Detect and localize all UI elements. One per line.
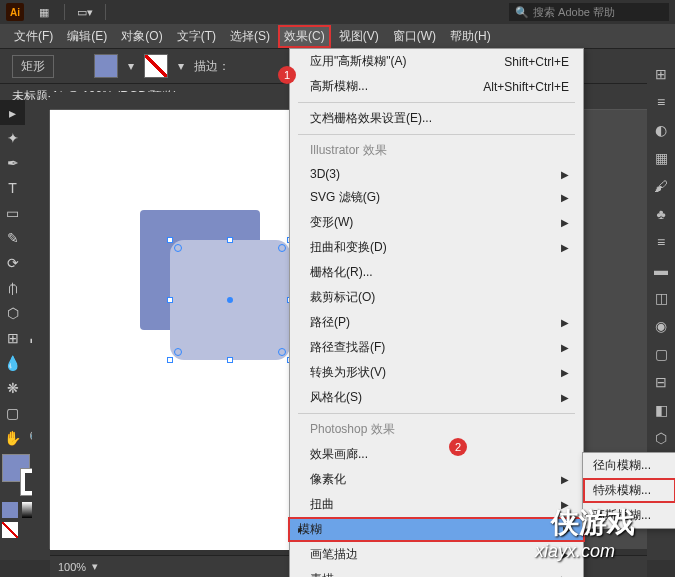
menu-文件[interactable]: 文件(F) <box>8 25 59 48</box>
search-icon: 🔍 <box>515 6 529 19</box>
symbols-panel-icon[interactable]: ♣ <box>647 200 675 228</box>
annotation-badge-2: 2 <box>449 438 467 456</box>
type-tool[interactable]: T <box>0 175 25 200</box>
illustrator-effects-header: Illustrator 效果 <box>290 138 583 163</box>
width-tool[interactable]: ⫛ <box>0 275 25 300</box>
selection-tool[interactable]: ▸ <box>0 100 25 125</box>
menu-视图[interactable]: 视图(V) <box>333 25 385 48</box>
color-mode[interactable] <box>2 502 18 518</box>
eyedropper-tool[interactable]: 💧 <box>0 350 25 375</box>
gradient-panel-icon[interactable]: ▬ <box>647 256 675 284</box>
transform-panel-icon[interactable]: ◧ <box>647 396 675 424</box>
ruler-vertical <box>32 110 50 549</box>
menu-素描[interactable]: 素描▶ <box>290 567 583 577</box>
menu-窗口[interactable]: 窗口(W) <box>387 25 442 48</box>
submenu-radial-blur[interactable]: 径向模糊... <box>583 453 675 478</box>
stroke-swatch[interactable] <box>144 54 168 78</box>
shaper-tool[interactable]: ✎ <box>0 225 25 250</box>
menu-编辑[interactable]: 编辑(E) <box>61 25 113 48</box>
stroke-panel-icon[interactable]: ≡ <box>647 228 675 256</box>
hand-tool[interactable]: ✋ <box>0 425 25 450</box>
graphic-styles-panel-icon[interactable]: ▢ <box>647 340 675 368</box>
appearance-panel-icon[interactable]: ◉ <box>647 312 675 340</box>
submenu-smart-blur[interactable]: 特殊模糊... <box>583 478 675 503</box>
menu-像素化[interactable]: 像素化▶ <box>290 467 583 492</box>
pen-tool[interactable]: ✒ <box>0 150 25 175</box>
menu-模糊[interactable]: ▸模糊▶ <box>288 517 585 542</box>
menu-doc-raster-settings[interactable]: 文档栅格效果设置(E)... <box>290 106 583 131</box>
bridge-icon[interactable]: ▦ <box>30 2 58 22</box>
stroke-label: 描边： <box>194 58 230 75</box>
menubar: 文件(F)编辑(E)对象(O)文字(T)选择(S)效果(C)视图(V)窗口(W)… <box>0 24 675 48</box>
arrange-icon[interactable]: ▭▾ <box>71 2 99 22</box>
menu-SVG 滤镜(G)[interactable]: SVG 滤镜(G)▶ <box>290 185 583 210</box>
menu-扭曲[interactable]: 扭曲▶ <box>290 492 583 517</box>
mesh-tool[interactable]: ⊞ <box>0 325 25 350</box>
fill-swatch[interactable] <box>94 54 118 78</box>
menu-变形(W)[interactable]: 变形(W)▶ <box>290 210 583 235</box>
menu-路径(P)[interactable]: 路径(P)▶ <box>290 310 583 335</box>
artboard-tool[interactable]: ▢ <box>0 400 25 425</box>
menu-3D(3)[interactable]: 3D(3)▶ <box>290 163 583 185</box>
symbol-sprayer-tool[interactable]: ❋ <box>0 375 25 400</box>
rectangle-tool[interactable]: ▭ <box>0 200 25 225</box>
annotation-badge-1: 1 <box>278 66 296 84</box>
menu-效果画廊...[interactable]: 效果画廊... <box>290 442 583 467</box>
app-logo: Ai <box>6 3 24 21</box>
menu-风格化(S)[interactable]: 风格化(S)▶ <box>290 385 583 410</box>
pathfinder-panel-icon[interactable]: ⬡ <box>647 424 675 452</box>
color-panel-icon[interactable]: ◐ <box>647 116 675 144</box>
zoom-dropdown-icon[interactable]: ▾ <box>92 560 98 573</box>
menu-效果[interactable]: 效果(C) <box>278 25 331 48</box>
shape-type[interactable]: 矩形 <box>12 55 54 78</box>
menu-帮助[interactable]: 帮助(H) <box>444 25 497 48</box>
swatches-panel-icon[interactable]: ▦ <box>647 144 675 172</box>
effects-menu-dropdown: 应用"高斯模糊"(A)Shift+Ctrl+E 高斯模糊...Alt+Shift… <box>289 48 584 577</box>
transparency-panel-icon[interactable]: ◫ <box>647 284 675 312</box>
properties-panel-icon[interactable]: ⊞ <box>647 60 675 88</box>
menu-last-effect[interactable]: 高斯模糊...Alt+Shift+Ctrl+E <box>290 74 583 99</box>
menu-apply-last[interactable]: 应用"高斯模糊"(A)Shift+Ctrl+E <box>290 49 583 74</box>
menu-文字[interactable]: 文字(T) <box>171 25 222 48</box>
magic-wand-tool[interactable]: ✦ <box>0 125 25 150</box>
titlebar: Ai ▦ ▭▾ 🔍 搜索 Adobe 帮助 <box>0 0 675 24</box>
menu-对象[interactable]: 对象(O) <box>115 25 168 48</box>
watermark-url: xiayx.com <box>535 541 615 562</box>
menu-扭曲和变换(D)[interactable]: 扭曲和变换(D)▶ <box>290 235 583 260</box>
rotate-tool[interactable]: ⟳ <box>0 250 25 275</box>
watermark-brand: 侠游戏 <box>551 504 635 542</box>
menu-路径查找器(F)[interactable]: 路径查找器(F)▶ <box>290 335 583 360</box>
zoom-level[interactable]: 100% <box>58 561 86 573</box>
rectangle-shape-2[interactable] <box>170 240 290 360</box>
none-mode[interactable] <box>2 522 18 538</box>
align-panel-icon[interactable]: ⊟ <box>647 368 675 396</box>
menu-栅格化(R)...[interactable]: 栅格化(R)... <box>290 260 583 285</box>
shape-builder-tool[interactable]: ⬡ <box>0 300 25 325</box>
menu-裁剪标记(O)[interactable]: 裁剪标记(O) <box>290 285 583 310</box>
menu-选择[interactable]: 选择(S) <box>224 25 276 48</box>
search-placeholder: 搜索 Adobe 帮助 <box>533 5 615 20</box>
photoshop-effects-header: Photoshop 效果 <box>290 417 583 442</box>
help-search[interactable]: 🔍 搜索 Adobe 帮助 <box>509 3 669 21</box>
menu-转换为形状(V)[interactable]: 转换为形状(V)▶ <box>290 360 583 385</box>
layers-panel-icon[interactable]: ≡ <box>647 88 675 116</box>
brushes-panel-icon[interactable]: 🖌 <box>647 172 675 200</box>
